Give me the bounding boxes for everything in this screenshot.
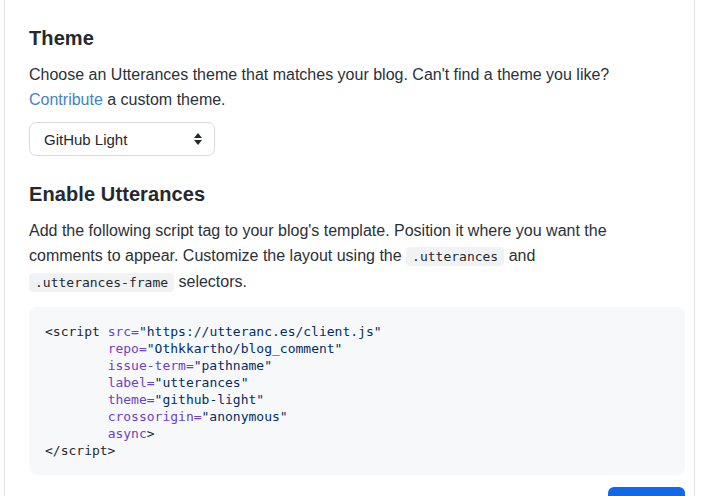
theme-section-title: Theme bbox=[29, 24, 682, 52]
inline-code-utterances: .utterances bbox=[406, 247, 504, 266]
settings-panel: Theme Choose an Utterances theme that ma… bbox=[4, 0, 695, 496]
theme-description-text-after: a custom theme. bbox=[103, 91, 226, 108]
code-line: <script src="https://utteranc.es/client.… bbox=[45, 323, 669, 340]
inline-code-utterances-frame: .utterances-frame bbox=[29, 273, 174, 292]
theme-select-value: GitHub Light bbox=[44, 131, 194, 148]
theme-description: Choose an Utterances theme that matches … bbox=[29, 62, 677, 112]
code-line: crossorigin="anonymous" bbox=[45, 408, 669, 425]
code-line: async> bbox=[45, 425, 669, 442]
updown-arrows-icon bbox=[194, 133, 202, 145]
enable-description-part3: selectors. bbox=[174, 273, 247, 290]
code-line: theme="github-light" bbox=[45, 391, 669, 408]
theme-description-text-before: Choose an Utterances theme that matches … bbox=[29, 66, 609, 83]
caret-up-icon bbox=[194, 133, 202, 138]
enable-description-part2: and bbox=[504, 247, 535, 264]
code-line: </script> bbox=[45, 442, 669, 459]
enable-section-title: Enable Utterances bbox=[29, 180, 682, 208]
theme-select[interactable]: GitHub Light bbox=[29, 122, 215, 156]
code-line: repo="Othkkartho/blog_comment" bbox=[45, 340, 669, 357]
copy-button-row: Copy bbox=[29, 487, 685, 496]
code-line: label="utterances" bbox=[45, 374, 669, 391]
copy-button[interactable]: Copy bbox=[608, 487, 686, 496]
contribute-link[interactable]: Contribute bbox=[29, 91, 103, 108]
script-code-block: <script src="https://utteranc.es/client.… bbox=[29, 307, 685, 475]
enable-description: Add the following script tag to your blo… bbox=[29, 218, 677, 295]
code-line: issue-term="pathname" bbox=[45, 357, 669, 374]
caret-down-icon bbox=[194, 140, 202, 145]
